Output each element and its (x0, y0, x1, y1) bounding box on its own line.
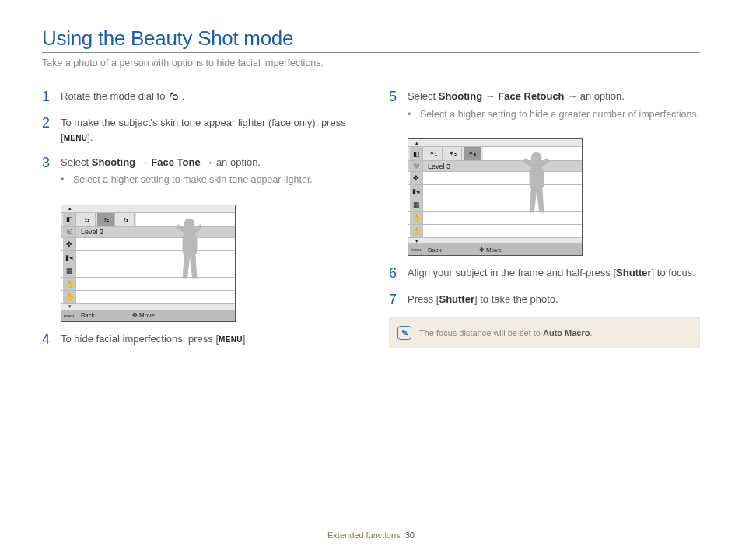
note-text: The focus distance will be set to Auto M… (419, 328, 593, 338)
side-icon: ✋ (63, 291, 76, 303)
step-2-text-a: To make the subject's skin tone appear l… (61, 117, 346, 144)
move-label: Move (139, 312, 155, 319)
note-box: ✎ The focus distance will be set to Auto… (389, 317, 700, 348)
chevron-down-icon: ▾ (68, 303, 72, 310)
step-6-text-a: Align your subject in the frame and half… (408, 267, 616, 278)
arrow-icon: → (135, 156, 151, 168)
chevron-down-icon: ▾ (415, 238, 418, 244)
svg-point-1 (173, 95, 177, 100)
step-4-text-a: To hide facial imperfections, press [ (61, 333, 219, 345)
shutter-label: Shutter (439, 293, 474, 305)
level-option-1: ✶₁ (425, 147, 443, 160)
step-2: 2 To make the subject's skin tone appear… (42, 115, 353, 145)
camera-screenshot-face-retouch: ▴ ◧ ✶₁ ✶₂ ✶₃ ⦾ Level 3 ✤ ▮◂ ▦ ✋ (408, 138, 583, 256)
step-3-bullet: Select a higher setting to make skin ton… (61, 173, 353, 187)
menu-label: MENU (219, 335, 243, 344)
step-number: 5 (389, 89, 408, 129)
side-icon: ⦾ (63, 227, 76, 237)
side-icon: ✤ (410, 172, 423, 184)
step-1: 1 Rotate the mode dial to . (42, 89, 353, 106)
back-label: Back (78, 312, 95, 319)
step-number: 7 (389, 292, 408, 309)
right-column: 5 Select Shooting → Face Retouch → an op… (389, 89, 700, 357)
step-6-text-b: ] to focus. (652, 267, 695, 278)
menu-icon: menu (63, 310, 76, 321)
step-3-text-b: → an option. (201, 156, 261, 168)
step-number: 6 (389, 265, 408, 282)
face-tone-label: Face Tone (151, 156, 200, 168)
step-4-text-b: ]. (243, 333, 248, 345)
menu-label: MENU (64, 134, 88, 142)
step-2-text-b: ]. (87, 131, 93, 143)
level-option-3-selected: ✶₃ (464, 147, 481, 160)
step-6: 6 Align your subject in the frame and ha… (389, 265, 700, 282)
step-1-text-a: Rotate the mode dial to (61, 90, 168, 102)
side-icon: ◧ (410, 147, 423, 160)
step-number: 2 (42, 115, 61, 145)
beauty-mode-dial-icon (168, 90, 179, 101)
shooting-label: Shooting (439, 90, 482, 102)
side-icon: ✋ (410, 212, 423, 224)
side-icon: ▮◂ (410, 185, 423, 198)
step-number: 3 (42, 155, 61, 195)
face-retouch-label: Face Retouch (498, 90, 564, 102)
arrow-icon: → (482, 90, 498, 102)
page-subtitle: Take a photo of a person with options to… (42, 58, 700, 68)
page-number: 30 (405, 530, 415, 540)
side-icon: ▮◂ (63, 251, 76, 264)
back-label: Back (425, 247, 442, 254)
step-5: 5 Select Shooting → Face Retouch → an op… (389, 89, 700, 129)
step-4: 4 To hide facial imperfections, press [M… (42, 331, 353, 348)
level-option-2: ✶₂ (444, 147, 462, 160)
side-icon: ◧ (63, 213, 76, 226)
side-icon: ✤ (63, 238, 76, 250)
level-label: Level 2 (78, 228, 103, 236)
page-footer: Extended functions 30 (0, 530, 742, 540)
level-option-3: 🯆₃ (117, 213, 135, 226)
chevron-up-icon: ▴ (68, 205, 72, 212)
note-icon: ✎ (397, 326, 411, 340)
step-3-text-a: Select (61, 156, 92, 168)
side-icon: ▦ (410, 198, 423, 211)
step-3: 3 Select Shooting → Face Tone → an optio… (42, 155, 353, 195)
chevron-up-icon: ▴ (415, 140, 418, 146)
shutter-label: Shutter (616, 267, 652, 278)
step-7-text-a: Press [ (408, 293, 439, 305)
step-7-text-b: ] to take the photo. (474, 293, 558, 305)
shooting-label: Shooting (92, 156, 135, 168)
step-5-text-b: → an option. (565, 90, 625, 102)
step-number: 4 (42, 331, 61, 348)
menu-icon: menu (410, 244, 423, 255)
level-label: Level 3 (425, 163, 450, 170)
side-icon: ✋ (63, 278, 76, 290)
person-silhouette-icon (173, 216, 205, 291)
person-silhouette-icon (520, 150, 552, 225)
step-number: 1 (42, 89, 61, 106)
side-icon: ⦾ (410, 161, 423, 171)
move-icon: ✥ (132, 312, 138, 319)
side-icon: ▦ (63, 264, 76, 277)
step-5-text-a: Select (408, 90, 439, 102)
side-icon: ✋ (410, 225, 423, 237)
title-rule (42, 52, 700, 53)
left-column: 1 Rotate the mode dial to . 2 To make th… (42, 89, 353, 357)
footer-section: Extended functions (327, 530, 401, 540)
move-label: Move (486, 247, 502, 254)
level-option-2-selected: 🯆₂ (97, 213, 115, 226)
level-option-1: 🯆₁ (78, 213, 96, 226)
step-5-bullet: Select a higher setting to hide a greate… (408, 107, 700, 122)
step-7: 7 Press [Shutter] to take the photo. (389, 292, 700, 309)
step-1-text-b: . (182, 90, 185, 102)
camera-screenshot-face-tone: ▴ ◧ 🯆₁ 🯆₂ 🯆₃ ⦾ Level 2 ✤ ▮◂ ▦ ✋ (61, 205, 236, 322)
page-title: Using the Beauty Shot mode (42, 26, 700, 51)
move-icon: ✥ (479, 247, 485, 254)
